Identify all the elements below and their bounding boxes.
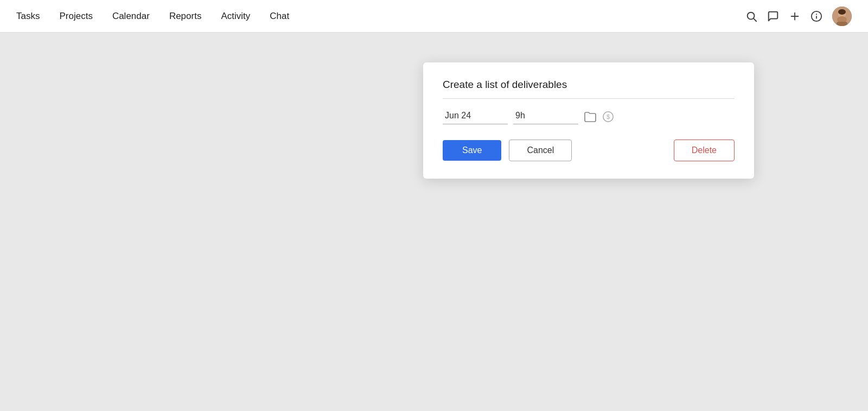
dollar-circle-icon[interactable]: $ [602, 111, 614, 123]
dialog-actions: Save Cancel Delete [443, 140, 735, 161]
cancel-button[interactable]: Cancel [509, 140, 572, 161]
svg-text:$: $ [607, 113, 610, 120]
dialog-card: Create a list of deliverables $ Save Can… [423, 62, 754, 179]
dialog-fields: $ [443, 109, 735, 124]
folder-icon[interactable] [584, 111, 597, 122]
time-input[interactable] [513, 109, 578, 124]
save-button[interactable]: Save [443, 140, 501, 161]
search-icon[interactable] [745, 10, 757, 22]
navbar: Tasks Projects Calendar Reports Activity… [0, 0, 868, 33]
info-icon[interactable] [810, 10, 822, 22]
svg-point-9 [838, 9, 846, 15]
nav-reports[interactable]: Reports [169, 11, 202, 22]
nav-actions [745, 7, 852, 26]
svg-rect-11 [837, 22, 847, 26]
main-content: Create a list of deliverables $ Save Can… [0, 33, 868, 411]
svg-line-1 [754, 18, 756, 21]
nav-projects[interactable]: Projects [59, 11, 92, 22]
nav-chat[interactable]: Chat [270, 11, 289, 22]
nav-links: Tasks Projects Calendar Reports Activity… [16, 11, 745, 22]
delete-button[interactable]: Delete [674, 140, 735, 161]
avatar[interactable] [832, 7, 852, 26]
add-icon[interactable] [789, 10, 801, 22]
date-input[interactable] [443, 109, 508, 124]
nav-calendar[interactable]: Calendar [112, 11, 150, 22]
nav-activity[interactable]: Activity [221, 11, 250, 22]
nav-tasks[interactable]: Tasks [16, 11, 40, 22]
chat-icon[interactable] [767, 10, 779, 22]
dialog-title: Create a list of deliverables [443, 79, 735, 99]
